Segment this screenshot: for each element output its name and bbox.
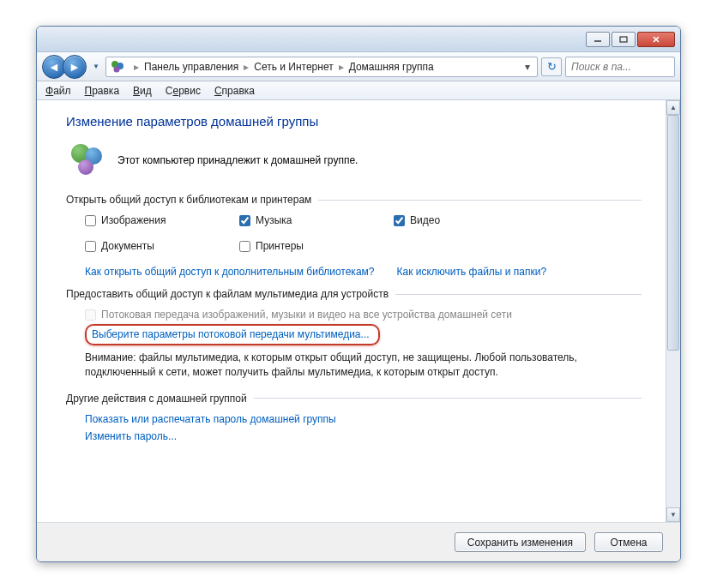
cb-printers[interactable]: Принтеры	[239, 240, 385, 252]
menubar: Файл Правка Вид Сервис Справка	[37, 81, 680, 100]
scroll-up-icon[interactable]: ▲	[666, 100, 680, 115]
scroll-down-icon[interactable]: ▼	[666, 507, 680, 522]
link-show-password[interactable]: Показать или распечатать пароль домашней…	[85, 413, 642, 425]
link-exclude[interactable]: Как исключить файлы и папки?	[396, 266, 546, 278]
forward-button[interactable]: ►	[63, 55, 87, 79]
minimize-button[interactable]	[586, 32, 610, 47]
bc-control-panel[interactable]: Панель управления	[144, 61, 238, 73]
menu-file[interactable]: Файл	[45, 85, 71, 97]
cb-music[interactable]: Музыка	[239, 214, 385, 226]
bc-homegroup[interactable]: Домашняя группа	[349, 61, 434, 73]
warning-text: Внимание: файлы мультимедиа, к которым о…	[85, 351, 642, 381]
section-other-header: Другие действия с домашней группой	[66, 393, 642, 405]
titlebar	[37, 27, 680, 52]
close-button[interactable]	[637, 32, 675, 47]
maximize-button[interactable]	[612, 32, 636, 47]
cb-documents[interactable]: Документы	[85, 240, 231, 252]
save-button[interactable]: Сохранить изменения	[455, 532, 586, 552]
menu-view[interactable]: Вид	[133, 85, 152, 97]
cb-video[interactable]: Видео	[394, 214, 539, 226]
vertical-scrollbar[interactable]: ▲ ▼	[666, 100, 680, 522]
cancel-button[interactable]: Отмена	[594, 532, 663, 552]
bc-network[interactable]: Сеть и Интернет	[254, 61, 333, 73]
menu-help[interactable]: Справка	[214, 85, 255, 97]
page-title: Изменение параметров домашней группы	[66, 114, 642, 129]
nav-history-chevron-icon[interactable]: ▼	[90, 55, 102, 79]
link-change-password[interactable]: Изменить пароль...	[85, 430, 642, 442]
link-additional-libs[interactable]: Как открыть общий доступ к дополнительны…	[85, 266, 374, 278]
menu-edit[interactable]: Правка	[85, 85, 120, 97]
identity-text: Этот компьютер принадлежит к домашней гр…	[117, 154, 358, 166]
refresh-button[interactable]: ↻	[541, 57, 562, 76]
homegroup-bc-icon	[110, 59, 125, 75]
content-pane: Изменение параметров домашней группы Это…	[37, 100, 666, 522]
homegroup-icon	[71, 144, 105, 177]
breadcrumb[interactable]: ▸ Панель управления ▸ Сеть и Интернет ▸ …	[105, 57, 538, 77]
section-libraries-header: Открыть общий доступ к библиотекам и при…	[66, 194, 642, 206]
link-streaming-params[interactable]: Выберите параметры потоковой передачи му…	[85, 324, 380, 345]
navbar: ◄ ► ▼ ▸ Панель управления ▸ Сеть и Интер…	[37, 52, 680, 81]
scroll-thumb[interactable]	[667, 115, 679, 351]
cb-streaming: Потоковая передача изображений, музыки и…	[85, 309, 642, 321]
svg-rect-1	[620, 37, 627, 42]
bc-dropdown-icon[interactable]: ▾	[521, 61, 533, 73]
menu-tools[interactable]: Сервис	[166, 85, 201, 97]
search-input[interactable]	[565, 57, 675, 77]
svg-point-6	[114, 66, 120, 72]
homegroup-window: ◄ ► ▼ ▸ Панель управления ▸ Сеть и Интер…	[36, 26, 681, 562]
footer: Сохранить изменения Отмена	[37, 522, 680, 561]
section-media-header: Предоставить общий доступ к файлам мульт…	[66, 288, 642, 300]
cb-images[interactable]: Изображения	[85, 214, 231, 226]
